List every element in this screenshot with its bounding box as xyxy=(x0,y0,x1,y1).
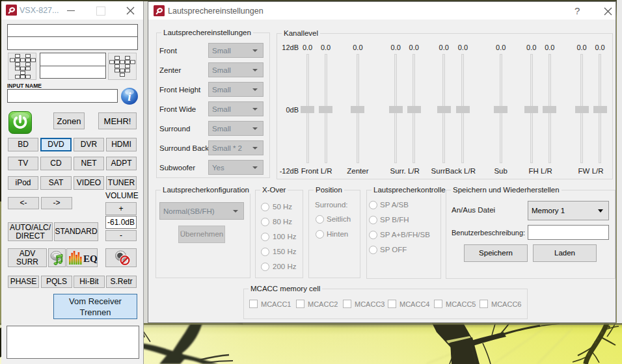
svg-text:EQ: EQ xyxy=(83,254,98,264)
svg-text:i: i xyxy=(128,90,131,103)
